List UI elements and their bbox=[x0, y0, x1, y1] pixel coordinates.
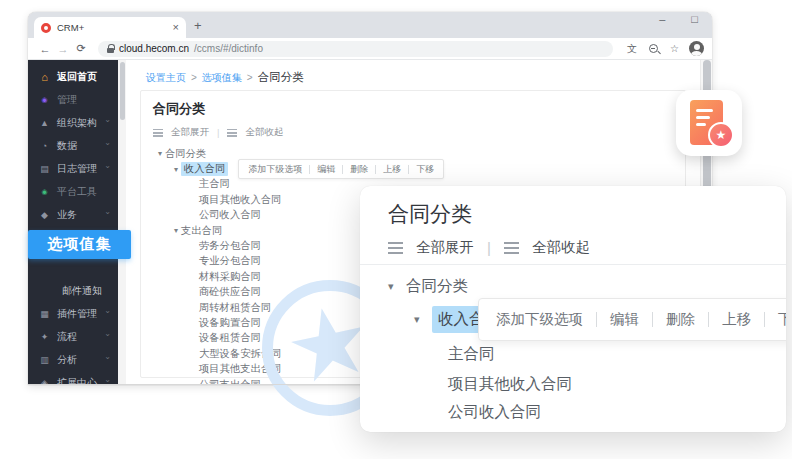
org-icon: ▲ bbox=[39, 118, 50, 128]
home-icon: ⌂ bbox=[39, 71, 50, 83]
delete-button[interactable]: 删除 bbox=[666, 310, 695, 329]
node-action-popup: 添加下级选项 编辑 删除 上移 下移 bbox=[478, 298, 786, 341]
zoom-overlay-card: 合同分类 全部展开 | 全部收起 ▾ 合同分类 ▾ 收入合同 添加下级选项 编辑… bbox=[360, 186, 786, 432]
translate-icon[interactable]: 文 bbox=[627, 42, 637, 56]
browser-address-bar: ← → ⟳ cloud.hecom.cn /ccms/#/dictinfo 文 … bbox=[28, 38, 712, 60]
expand-all-button[interactable]: 全部展开 bbox=[416, 238, 474, 257]
chevron-down-icon: ⌄ bbox=[104, 138, 111, 147]
popup-separator bbox=[342, 165, 343, 174]
tree-row-selected[interactable]: ▾ 收入合同 添加下级选项 编辑 删除 上移 bbox=[153, 161, 673, 176]
toolbar-separator: | bbox=[487, 239, 491, 256]
sidebar-item-workflow[interactable]: ✦ 流程 ⌄ bbox=[28, 325, 118, 348]
sidebar-item-valueset-callout[interactable]: 选项值集 bbox=[28, 230, 131, 259]
star-badge-icon: ★ bbox=[708, 122, 734, 148]
breadcrumb-current: 合同分类 bbox=[258, 70, 304, 85]
doc-line bbox=[696, 123, 706, 126]
tree-row[interactable]: ▾ 合同分类 bbox=[388, 276, 468, 297]
chevron-down-icon: ⌄ bbox=[104, 329, 111, 338]
breadcrumb-valueset-link[interactable]: 选项值集 bbox=[202, 71, 242, 85]
caret-down-icon[interactable]: ▾ bbox=[171, 226, 181, 235]
window-minimize-button[interactable]: – bbox=[659, 13, 665, 25]
tree-row[interactable]: 公司收入合同 bbox=[448, 402, 541, 423]
crm-favicon-icon bbox=[41, 23, 51, 33]
chevron-down-icon: ⌄ bbox=[104, 115, 111, 124]
sidebar-section-admin[interactable]: ◉ 管理 bbox=[28, 88, 118, 111]
breadcrumb-home-link[interactable]: 设置主页 bbox=[146, 71, 186, 85]
sidebar-item-logs[interactable]: ▤ 日志管理 ⌄ bbox=[28, 157, 118, 180]
sidebar: ⌂ 返回首页 ◉ 管理 ▲ 组织架构 ⌄ ◔ 数据 ⌄ bbox=[28, 60, 118, 385]
expand-all-button[interactable]: 全部展开 bbox=[171, 126, 209, 139]
delete-button[interactable]: 删除 bbox=[350, 163, 368, 176]
tree-row[interactable]: 项目其他收入合同 bbox=[448, 374, 572, 395]
log-icon: ▤ bbox=[39, 164, 50, 174]
new-tab-button[interactable]: + bbox=[194, 18, 202, 33]
contract-doc-badge: ★ bbox=[676, 90, 742, 156]
node-action-popup: 添加下级选项 编辑 删除 上移 下移 bbox=[238, 159, 444, 179]
platform-dot-icon: ◉ bbox=[39, 188, 50, 196]
profile-avatar[interactable] bbox=[689, 41, 704, 56]
move-up-button[interactable]: 上移 bbox=[722, 310, 751, 329]
breadcrumb-separator: > bbox=[191, 72, 197, 83]
overlay-toolbar: 全部展开 | 全部收起 bbox=[388, 238, 590, 257]
sidebar-item-mail-notify[interactable]: 邮件通知 bbox=[28, 279, 118, 302]
window-maximize-button[interactable]: □ bbox=[691, 13, 698, 25]
url-domain: cloud.hecom.cn bbox=[119, 43, 189, 54]
collapse-all-button[interactable]: 全部收起 bbox=[245, 126, 283, 139]
sidebar-item-org[interactable]: ▲ 组织架构 ⌄ bbox=[28, 111, 118, 134]
zoom-indicator-icon[interactable] bbox=[649, 44, 658, 53]
sidebar-item-plugins[interactable]: ▦ 插件管理 ⌄ bbox=[28, 302, 118, 325]
reload-icon[interactable]: ⟳ bbox=[72, 42, 90, 55]
lock-icon bbox=[107, 48, 114, 53]
chevron-down-icon: ⌄ bbox=[104, 375, 111, 384]
popup-separator bbox=[596, 312, 597, 327]
overlay-title: 合同分类 bbox=[388, 200, 472, 228]
popup-separator bbox=[708, 312, 709, 327]
tree-toolbar: 全部展开 | 全部收起 bbox=[153, 126, 673, 139]
back-icon[interactable]: ← bbox=[36, 43, 54, 55]
edit-button[interactable]: 编辑 bbox=[610, 310, 639, 329]
forward-icon[interactable]: → bbox=[54, 43, 72, 55]
sidebar-scrollbar[interactable] bbox=[118, 60, 126, 385]
tab-close-icon[interactable]: × bbox=[173, 22, 179, 33]
move-up-button[interactable]: 上移 bbox=[383, 163, 401, 176]
workflow-icon: ✦ bbox=[39, 332, 50, 342]
sidebar-item-business[interactable]: ◆ 业务 ⌄ bbox=[28, 203, 118, 226]
tree-row[interactable]: 主合同 bbox=[448, 344, 495, 365]
chevron-down-icon: ⌄ bbox=[104, 161, 111, 170]
card-title: 合同分类 bbox=[153, 100, 673, 118]
page: CRM+ × + – □ ← → ⟳ cloud.hecom.cn /ccms/… bbox=[0, 0, 792, 459]
edit-button[interactable]: 编辑 bbox=[317, 163, 335, 176]
sidebar-item-home[interactable]: ⌂ 返回首页 bbox=[28, 65, 118, 88]
caret-down-icon[interactable]: ▾ bbox=[388, 280, 406, 293]
caret-down-icon[interactable]: ▾ bbox=[414, 313, 432, 326]
popup-separator bbox=[764, 312, 765, 327]
move-down-button[interactable]: 下移 bbox=[416, 163, 434, 176]
caret-down-icon[interactable]: ▾ bbox=[155, 149, 165, 158]
analytics-icon: ▥ bbox=[39, 355, 50, 365]
chevron-down-icon: ⌄ bbox=[104, 306, 111, 315]
add-child-option-button[interactable]: 添加下级选项 bbox=[496, 310, 583, 329]
popup-separator bbox=[652, 312, 653, 327]
sidebar-section-platform-tools[interactable]: ◉ 平台工具 bbox=[28, 180, 118, 203]
sidebar-scrollbar-thumb[interactable] bbox=[120, 62, 125, 120]
expand-all-icon bbox=[153, 129, 163, 137]
doc-line bbox=[696, 116, 710, 119]
popup-separator bbox=[375, 165, 376, 174]
browser-tab[interactable]: CRM+ × bbox=[34, 17, 186, 38]
move-down-button[interactable]: 下移 bbox=[778, 310, 786, 329]
breadcrumb: 设置主页 > 选项值集 > 合同分类 bbox=[126, 60, 700, 85]
overlay-divider bbox=[360, 264, 786, 265]
business-icon: ◆ bbox=[39, 210, 50, 220]
toolbar-separator: | bbox=[217, 127, 219, 138]
collapse-all-button[interactable]: 全部收起 bbox=[532, 238, 590, 257]
bookmark-star-icon[interactable]: ☆ bbox=[670, 43, 679, 54]
add-child-option-button[interactable]: 添加下级选项 bbox=[248, 163, 302, 176]
url-field[interactable]: cloud.hecom.cn /ccms/#/dictinfo bbox=[98, 41, 613, 57]
sidebar-item-extension-center[interactable]: ◈ 扩展中心 ⌄ bbox=[28, 371, 118, 385]
sidebar-item-analytics[interactable]: ▥ 分析 ⌄ bbox=[28, 348, 118, 371]
chevron-down-icon: ⌄ bbox=[104, 352, 111, 361]
browser-tab-bar: CRM+ × + – □ bbox=[28, 12, 712, 38]
sidebar-item-data[interactable]: ◔ 数据 ⌄ bbox=[28, 134, 118, 157]
caret-down-icon[interactable]: ▾ bbox=[171, 165, 181, 174]
expand-all-icon bbox=[388, 242, 403, 254]
